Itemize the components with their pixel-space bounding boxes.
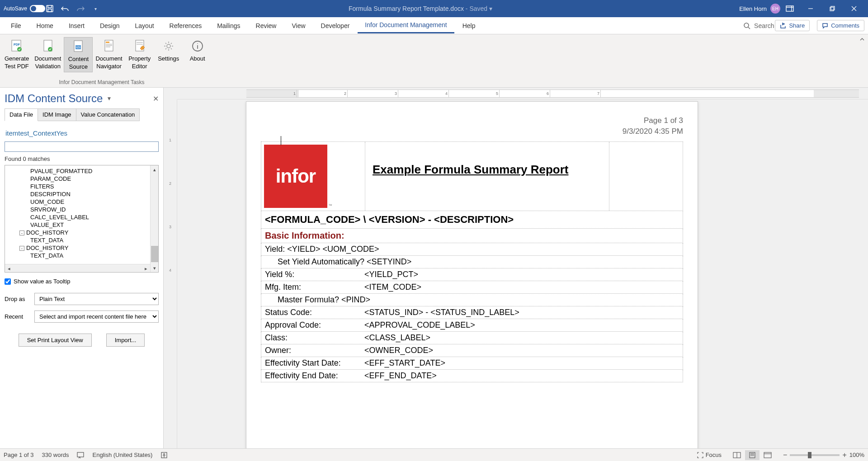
document-validation-button[interactable]: Document Validation [32, 37, 64, 71]
field-tree: PVALUE_FORMATTEDPARAM_CODEFILTERSDESCRIP… [5, 165, 159, 273]
tree-node[interactable]: -DOC_HISTORY [19, 229, 149, 236]
tree-node-label: SRVROW_ID [30, 206, 66, 213]
scroll-up-icon[interactable]: ▴ [151, 165, 159, 174]
undo-icon[interactable] [59, 3, 71, 14]
horizontal-ruler[interactable]: 1234567 [177, 88, 868, 99]
generate-test-pdf-button[interactable]: PDF Generate Test PDF [2, 37, 32, 71]
tree-node[interactable]: -DOC_HISTORY [19, 244, 149, 252]
pane-tab-data-file[interactable]: Data File [5, 108, 38, 121]
search-box[interactable]: Search [743, 22, 774, 29]
tree-node[interactable]: TEXT_DATA [19, 236, 149, 244]
close-button[interactable] [844, 1, 864, 16]
tab-developer[interactable]: Developer [314, 19, 357, 33]
tree-node[interactable]: VALUE_EXT [19, 221, 149, 229]
tab-layout[interactable]: Layout [128, 19, 161, 33]
tab-mailings[interactable]: Mailings [210, 19, 247, 33]
zoom-slider[interactable] [790, 454, 840, 456]
tree-node[interactable]: SRVROW_ID [19, 206, 149, 213]
qat-dropdown-icon[interactable]: ▾ [90, 3, 102, 14]
autosave-toggle[interactable]: AutoSave On [4, 5, 40, 12]
about-button[interactable]: About [183, 37, 212, 64]
recent-select[interactable]: Select and import recent content file he… [34, 310, 159, 323]
tree-node[interactable]: PVALUE_FORMATTED [19, 167, 149, 175]
show-tooltip-checkbox[interactable]: Show value as Tooltip [5, 278, 159, 285]
print-layout-button[interactable] [745, 450, 760, 460]
pane-search-input[interactable] [5, 141, 159, 152]
scroll-down-icon[interactable]: ▾ [151, 264, 159, 272]
svg-point-32 [164, 453, 165, 455]
tree-node[interactable]: FILTERS [19, 183, 149, 190]
tab-help[interactable]: Help [455, 19, 483, 33]
status-language[interactable]: English (United States) [92, 452, 152, 458]
ruler-tick: 3 [348, 90, 398, 97]
tab-review[interactable]: Review [249, 19, 284, 33]
row-key: Approval Code: [261, 319, 361, 331]
ribbon-display-options-icon[interactable] [784, 3, 796, 14]
spellcheck-icon[interactable] [77, 452, 84, 458]
minimize-button[interactable] [800, 1, 821, 16]
svg-line-9 [748, 27, 750, 29]
accessibility-icon[interactable] [160, 452, 168, 459]
comments-button[interactable]: Comments [817, 20, 864, 31]
web-layout-button[interactable] [760, 450, 775, 460]
import-button[interactable]: Import... [106, 334, 145, 347]
read-mode-button[interactable] [730, 450, 744, 460]
window-controls [800, 1, 864, 16]
tab-design[interactable]: Design [93, 19, 127, 33]
focus-mode-button[interactable]: Focus [697, 452, 722, 459]
pdf-icon: PDF [9, 39, 24, 53]
zoom-out-button[interactable]: − [783, 451, 787, 459]
scroll-left-icon[interactable]: ◂ [5, 264, 13, 273]
settings-button[interactable]: Settings [154, 37, 183, 64]
ruler-tick: 2 [169, 162, 171, 205]
tree-horizontal-scrollbar[interactable]: ◂ ▸ [5, 264, 150, 272]
tab-references[interactable]: References [162, 19, 209, 33]
scrollbar-thumb[interactable] [151, 246, 158, 262]
tree-node[interactable]: DESCRIPTION [19, 190, 149, 198]
scroll-right-icon[interactable]: ▸ [142, 264, 150, 273]
save-icon[interactable] [44, 3, 56, 14]
zoom-level[interactable]: 100% [849, 452, 864, 458]
comments-label: Comments [831, 22, 859, 29]
data-row: Owner:<OWNER_CODE> [261, 344, 683, 357]
tree-node[interactable]: TEXT_DATA [19, 252, 149, 259]
show-tooltip-input[interactable] [5, 278, 11, 285]
tree-node-label: TEXT_DATA [30, 237, 63, 244]
tree-node[interactable]: CALC_LEVEL_LABEL [19, 213, 149, 221]
tree-vertical-scrollbar[interactable]: ▴ ▾ [150, 165, 158, 272]
tab-file[interactable]: File [4, 19, 28, 33]
set-print-layout-button[interactable]: Set Print Layout View [19, 334, 92, 347]
property-editor-button[interactable]: Property Editor [125, 37, 154, 71]
redo-icon[interactable] [75, 3, 86, 14]
tab-home[interactable]: Home [29, 19, 61, 33]
status-words[interactable]: 330 words [42, 452, 69, 458]
expand-icon[interactable]: - [19, 230, 24, 235]
pane-tab-value-concat[interactable]: Value Concatenation [76, 108, 140, 121]
share-button[interactable]: Share [775, 20, 810, 31]
row-key: Effectivity End Date: [261, 370, 361, 382]
tab-view[interactable]: View [284, 19, 312, 33]
document-page[interactable]: Page 1 of 3 9/3/2020 4:35 PM infor ™ Exa… [246, 101, 698, 448]
document-canvas[interactable]: Page 1 of 3 9/3/2020 4:35 PM infor ™ Exa… [177, 99, 868, 448]
tab-idm[interactable]: Infor Document Management [358, 18, 454, 33]
avatar: EH [770, 4, 780, 14]
row-indent: Set Yield Automatically? <SETYIND> [261, 256, 683, 268]
pane-tab-idm-image[interactable]: IDM Image [38, 108, 76, 121]
expand-icon[interactable]: - [19, 246, 24, 251]
collapse-ribbon-icon[interactable] [859, 36, 865, 42]
user-account[interactable]: Ellen Horn EH [739, 4, 780, 14]
drop-as-select[interactable]: Plain Text [34, 293, 159, 305]
toggle-icon [30, 5, 45, 12]
document-navigator-button[interactable]: Document Navigator [93, 37, 125, 71]
tree-node[interactable]: PARAM_CODE [19, 175, 149, 183]
svg-rect-22 [106, 47, 110, 47]
tree-node[interactable]: UOM_CODE [19, 198, 149, 206]
pane-close-button[interactable]: ✕ [153, 94, 159, 103]
content-source-button[interactable]: </> Content Source [64, 37, 93, 72]
maximize-button[interactable] [822, 1, 843, 16]
zoom-in-button[interactable]: + [842, 451, 846, 459]
vertical-ruler[interactable]: 1234 [164, 99, 177, 448]
pane-dropdown-icon[interactable]: ▼ [106, 95, 112, 102]
status-page[interactable]: Page 1 of 3 [4, 452, 34, 458]
tab-insert[interactable]: Insert [61, 19, 92, 33]
